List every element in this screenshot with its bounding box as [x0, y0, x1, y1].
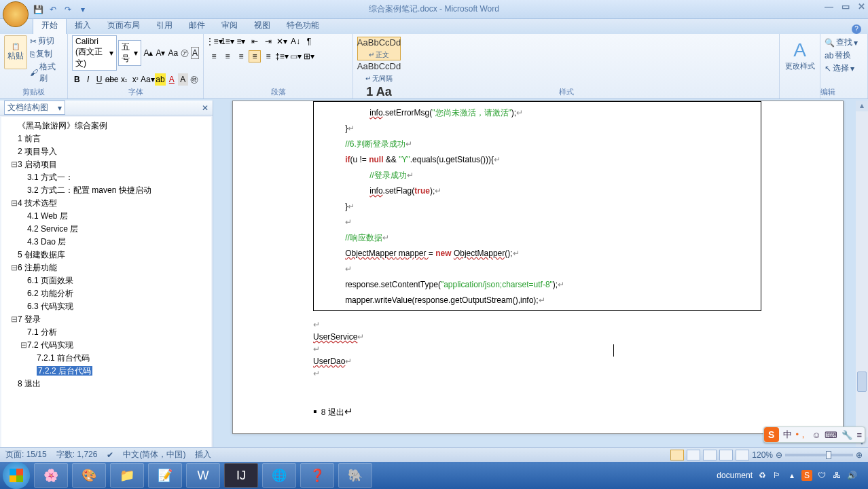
view-outline-button[interactable] [719, 450, 733, 460]
change-case-button[interactable]: Aa▾ [141, 73, 153, 86]
align-center-button[interactable]: ≡ [221, 50, 234, 62]
tree-item[interactable]: 6.3 代码实现 [4, 300, 209, 313]
undo-icon[interactable]: ↶ [48, 4, 58, 15]
asian-layout-button[interactable]: ✕▾ [276, 35, 288, 48]
tree-item[interactable]: ⊟7.2 代码实现 [4, 339, 209, 352]
tray-sync-icon[interactable]: ♻ [757, 470, 767, 481]
numbering-button[interactable]: 1≡▾ [221, 35, 234, 48]
task-explorer[interactable]: 📁 [110, 463, 144, 488]
sogou-icon[interactable]: S [764, 427, 779, 442]
start-button[interactable] [3, 462, 30, 489]
shrink-font-icon[interactable]: A▾ [155, 47, 166, 59]
char-shading-button[interactable]: A [178, 73, 187, 86]
status-insert-mode[interactable]: 插入 [195, 449, 211, 460]
scroll-thumb[interactable] [857, 372, 867, 392]
superscript-button[interactable]: x² [130, 73, 140, 86]
change-styles-icon[interactable]: A [793, 39, 806, 61]
ime-toolbar[interactable]: S 中 •， ☺ ⌨ 🔧 ≡ [763, 427, 865, 443]
zoom-slider[interactable] [785, 454, 853, 456]
ime-settings-icon[interactable]: 🔧 [842, 430, 852, 440]
italic-button[interactable]: I [83, 73, 92, 86]
vertical-scrollbar[interactable]: ▴ ▾ [856, 101, 868, 462]
ime-keyboard-icon[interactable]: ⌨ [825, 430, 837, 440]
borders-button[interactable]: ⊞▾ [303, 50, 315, 62]
tree-item[interactable]: 6.1 页面效果 [4, 274, 209, 287]
grow-font-icon[interactable]: A▴ [143, 47, 153, 59]
tree-item[interactable]: 2 项目导入 [4, 145, 209, 158]
tab-review[interactable]: 审阅 [213, 17, 246, 34]
task-chrome[interactable]: 🌐 [262, 463, 296, 488]
justify-button[interactable]: ≡ [249, 50, 261, 62]
qat-dropdown-icon[interactable]: ▾ [77, 4, 88, 15]
font-name-combo[interactable]: Calibri (西文正文)▾ [72, 35, 117, 71]
tray-volume-icon[interactable]: 🔊 [846, 470, 857, 481]
char-border-icon[interactable]: A [191, 47, 199, 59]
tree-item[interactable]: ⊟4 技术选型 [4, 197, 209, 210]
ime-emoji-icon[interactable]: ☺ [812, 430, 820, 440]
navpane-view-combo[interactable]: 文档结构图▾ [4, 101, 65, 115]
subscript-button[interactable]: x₂ [119, 73, 128, 86]
ime-menu-icon[interactable]: ≡ [856, 430, 862, 440]
tab-features[interactable]: 特色功能 [278, 17, 327, 34]
cut-button[interactable]: ✂ 剪切 [30, 35, 63, 47]
view-fullscreen-button[interactable] [687, 450, 700, 460]
ime-punct-icon[interactable]: •， [796, 429, 808, 441]
view-web-button[interactable] [703, 450, 717, 460]
tab-layout[interactable]: 页面布局 [99, 17, 148, 34]
tree-item[interactable]: 6.2 功能分析 [4, 287, 209, 300]
tree-item[interactable]: ⊟7 登录 [4, 313, 209, 326]
tree-item[interactable]: ⊟3 启动项目 [4, 158, 209, 171]
style-item[interactable]: AaBbCcDd↵ 正文 [357, 37, 401, 60]
tray-sogou-icon[interactable]: S [801, 470, 812, 481]
maximize-button[interactable]: ▭ [842, 1, 850, 12]
document-map-tree[interactable]: 《黑马旅游网》综合案例1 前言2 项目导入⊟3 启动项目3.1 方式一：3.2 … [1, 117, 211, 450]
tab-references[interactable]: 引用 [148, 17, 181, 34]
underline-button[interactable]: U [94, 73, 104, 86]
font-color-button[interactable]: A [167, 73, 177, 86]
tree-item[interactable]: 7.2.2 后台代码 [4, 365, 209, 378]
distribute-button[interactable]: ≡ [262, 50, 274, 62]
tab-insert[interactable]: 插入 [67, 17, 99, 34]
strike-button[interactable]: abc [105, 73, 117, 86]
clear-format-icon[interactable]: Aa [167, 47, 179, 59]
find-button[interactable]: 🔍 查找 ▾ [825, 37, 863, 48]
ime-lang-icon[interactable]: 中 [783, 429, 792, 441]
line-spacing-button[interactable]: ‡≡▾ [276, 50, 288, 62]
copy-button[interactable]: ⎘ 复制 [30, 48, 63, 60]
close-button[interactable]: ✕ [858, 1, 865, 12]
status-words[interactable]: 字数: 1,726 [56, 449, 98, 460]
replace-button[interactable]: ab 替换 [825, 50, 863, 61]
phonetic-icon[interactable]: ㋐ [180, 47, 189, 59]
office-button[interactable] [3, 1, 29, 27]
tree-item[interactable]: 4.1 Web 层 [4, 210, 209, 223]
tree-item[interactable]: 8 退出 [4, 378, 209, 391]
tree-item[interactable]: 《黑马旅游网》综合案例 [4, 120, 209, 132]
indent-dec-button[interactable]: ⇤ [249, 35, 261, 48]
task-app-2[interactable]: 🎨 [72, 463, 106, 488]
document-area[interactable]: info.setErrorMsg("您尚未激活，请激活");↵ }↵ //6.判… [213, 101, 868, 462]
task-app-1[interactable]: 🌸 [34, 463, 68, 488]
task-word[interactable]: W [186, 463, 220, 488]
tree-item[interactable]: 4.3 Dao 层 [4, 236, 209, 249]
enclose-char-button[interactable]: ㊕ [189, 73, 199, 86]
navpane-close-icon[interactable]: ✕ [202, 103, 209, 113]
zoom-in-button[interactable]: ⊕ [856, 450, 863, 460]
highlight-button[interactable]: ab [155, 73, 165, 86]
tray-up-icon[interactable]: ▴ [786, 470, 797, 481]
select-button[interactable]: ↖ 选择 ▾ [825, 62, 863, 74]
indent-inc-button[interactable]: ⇥ [262, 35, 274, 48]
view-draft-button[interactable] [736, 450, 749, 460]
shading-button[interactable]: ▭▾ [289, 50, 302, 62]
save-icon[interactable]: 💾 [33, 4, 43, 15]
task-notepad[interactable]: 📝 [148, 463, 182, 488]
scroll-up-icon[interactable]: ▴ [856, 101, 868, 111]
bold-button[interactable]: B [72, 73, 82, 86]
align-left-button[interactable]: ≡ [208, 50, 220, 62]
tree-item[interactable]: 1 前言 [4, 132, 209, 145]
task-app-3[interactable]: 🐘 [338, 463, 372, 488]
view-print-layout-button[interactable] [670, 450, 684, 460]
tree-item[interactable]: 3.2 方式二：配置 maven 快捷启动 [4, 184, 209, 197]
tray-network-icon[interactable]: 🖧 [831, 470, 842, 481]
sort-button[interactable]: A↓ [289, 35, 302, 48]
redo-icon[interactable]: ↷ [62, 4, 73, 15]
